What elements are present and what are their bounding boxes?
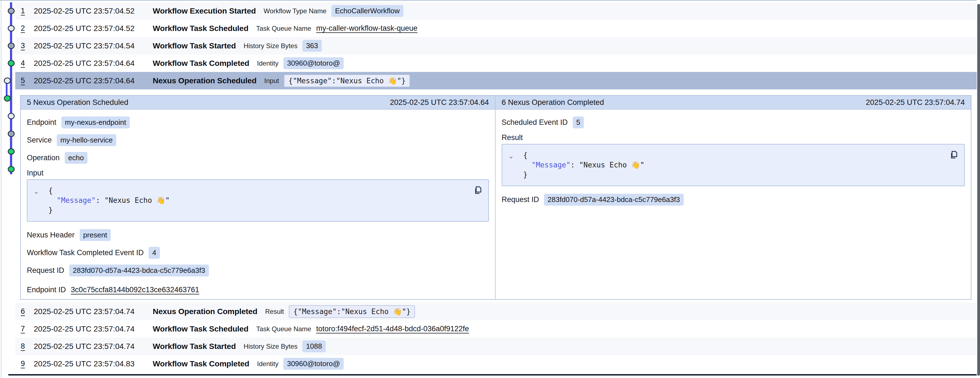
- json-colon: :: [571, 161, 579, 169]
- field-label: Request ID: [27, 266, 64, 275]
- event-row-8[interactable]: 8 2025-02-25 UTC 23:57:04.74 Workflow Ta…: [15, 338, 977, 355]
- event-type: Nexus Operation Completed: [153, 307, 257, 316]
- vertical-scrollbar[interactable]: [977, 4, 980, 376]
- copy-icon[interactable]: [949, 150, 958, 159]
- task-queue-link[interactable]: totoro:f494fecf-2d51-4d48-bdcd-036a0f912…: [316, 325, 469, 333]
- panel-timestamp: 2025-02-25 UTC 23:57:04.64: [390, 98, 489, 107]
- event-row-4[interactable]: 4 2025-02-25 UTC 23:57:04.64 Workflow Ta…: [15, 54, 977, 72]
- timeline-dot-gray: [8, 8, 15, 14]
- event-attr-badge: 363: [302, 40, 321, 52]
- event-attr-label: Workflow Type Name: [264, 7, 326, 15]
- field-value-badge: my-nexus-endpoint: [61, 116, 130, 128]
- field-operation: Operation echo: [27, 149, 489, 167]
- event-id-link[interactable]: 9: [21, 359, 34, 368]
- input-section-label: Input: [27, 167, 489, 179]
- json-value: "Nexus Echo 👋": [104, 196, 170, 204]
- event-timestamp: 2025-02-25 UTC 23:57:04.54: [34, 41, 153, 50]
- timeline-dot-light: [4, 78, 11, 84]
- event-type: Workflow Task Completed: [153, 59, 249, 68]
- event-row-5-selected[interactable]: 5 2025-02-25 UTC 23:57:04.64 Nexus Opera…: [15, 72, 977, 89]
- event-attr-badge: 1088: [302, 340, 326, 352]
- timeline-dot-green: [8, 148, 15, 155]
- json-key: "Message": [57, 196, 96, 204]
- json-line: {: [509, 150, 957, 160]
- workflow-event-history: 1 2025-02-25 UTC 23:57:04.52 Workflow Ex…: [0, 0, 980, 378]
- bottom-divider: [8, 374, 977, 375]
- panel-nexus-operation-scheduled: 5 Nexus Operation Scheduled 2025-02-25 U…: [21, 96, 496, 299]
- field-nexus-header: Nexus Header present: [27, 226, 489, 244]
- json-line: }: [35, 205, 481, 215]
- event-attr-label: History Size Bytes: [243, 343, 298, 350]
- json-line: "Message": "Nexus Echo 👋": [509, 160, 957, 170]
- json-viewer-result: ⌄ { "Message": "Nexus Echo 👋" }: [502, 144, 965, 186]
- json-value: "Nexus Echo 👋": [579, 161, 644, 169]
- field-label: Scheduled Event ID: [502, 118, 568, 127]
- event-attr-badge: 30960@totoro@: [283, 57, 344, 69]
- event-id-link[interactable]: 3: [21, 41, 34, 50]
- panel-header: 6 Nexus Operation Completed 2025-02-25 U…: [496, 96, 971, 110]
- timeline-dot-light: [8, 113, 15, 119]
- event-type: Workflow Task Completed: [153, 359, 249, 368]
- timeline-dot-gray: [8, 131, 15, 137]
- event-row-2[interactable]: 2 2025-02-25 UTC 23:57:04.52 Workflow Ta…: [15, 20, 977, 37]
- event-id-link[interactable]: 7: [21, 325, 34, 333]
- json-viewer-input: ⌄ { "Message": "Nexus Echo 👋" }: [27, 179, 489, 222]
- top-border: [0, 0, 977, 1]
- event-row-6[interactable]: 6 2025-02-25 UTC 23:57:04.74 Nexus Opera…: [15, 303, 977, 320]
- timeline-dot-green: [8, 166, 15, 172]
- field-workflow-task-completed-event-id: Workflow Task Completed Event ID 4: [27, 244, 489, 262]
- event-rows-bottom: 6 2025-02-25 UTC 23:57:04.74 Nexus Opera…: [15, 303, 977, 372]
- field-request-id: Request ID 283fd070-d57a-4423-bdca-c5c77…: [27, 262, 489, 279]
- json-line: }: [509, 170, 957, 180]
- event-row-9[interactable]: 9 2025-02-25 UTC 23:57:04.83 Workflow Ta…: [15, 355, 977, 372]
- event-attr-label: Result: [265, 308, 284, 316]
- collapse-chevron-icon[interactable]: ⌄: [508, 151, 514, 161]
- event-row-7[interactable]: 7 2025-02-25 UTC 23:57:04.74 Workflow Ta…: [15, 320, 977, 338]
- copy-icon[interactable]: [473, 185, 482, 195]
- field-value-badge: 5: [573, 116, 584, 128]
- field-value-badge: 4: [149, 247, 160, 259]
- field-endpoint: Endpoint my-nexus-endpoint: [27, 113, 489, 131]
- event-id-link[interactable]: 8: [21, 342, 34, 351]
- event-id-link[interactable]: 2: [21, 24, 34, 33]
- task-queue-link[interactable]: my-caller-workflow-task-queue: [316, 24, 417, 33]
- field-label: Request ID: [502, 195, 539, 204]
- field-value-badge: present: [80, 229, 111, 241]
- event-row-1[interactable]: 1 2025-02-25 UTC 23:57:04.52 Workflow Ex…: [15, 2, 977, 20]
- event-attr-badge: EchoCallerWorkflow: [331, 5, 403, 17]
- collapse-chevron-icon[interactable]: ⌄: [33, 187, 39, 196]
- panel-title: 5 Nexus Operation Scheduled: [27, 98, 128, 107]
- event-id-link[interactable]: 6: [21, 307, 34, 316]
- event-row-3[interactable]: 3 2025-02-25 UTC 23:57:04.54 Workflow Ta…: [15, 37, 977, 54]
- timeline-dot-light: [8, 25, 15, 32]
- field-scheduled-event-id: Scheduled Event ID 5: [502, 113, 965, 131]
- event-id-link[interactable]: 1: [21, 6, 34, 15]
- field-value-badge: 283fd070-d57a-4423-bdca-c5c779e6a3f3: [544, 194, 684, 206]
- event-timestamp: 2025-02-25 UTC 23:57:04.83: [34, 359, 153, 368]
- field-service: Service my-hello-service: [27, 131, 489, 149]
- panel-nexus-operation-completed: 6 Nexus Operation Completed 2025-02-25 U…: [496, 96, 971, 299]
- panel-title: 6 Nexus Operation Completed: [502, 98, 604, 107]
- field-label: Operation: [27, 153, 60, 162]
- timeline-branch-connector: [6, 98, 12, 99]
- panel-header: 5 Nexus Operation Scheduled 2025-02-25 U…: [21, 96, 495, 110]
- timeline-dot-green: [4, 95, 11, 102]
- endpoint-id-link[interactable]: 3c0c75ccfa8144b092c13ce632463761: [71, 285, 199, 294]
- field-value-badge: 283fd070-d57a-4423-bdca-c5c779e6a3f3: [69, 265, 209, 276]
- field-label: Nexus Header: [27, 231, 75, 239]
- event-timestamp: 2025-02-25 UTC 23:57:04.64: [34, 59, 153, 68]
- event-attr-code-chip: {"Message":"Nexus Echo 👋"}: [284, 75, 410, 87]
- field-label: Service: [27, 136, 52, 144]
- event-timestamp: 2025-02-25 UTC 23:57:04.52: [34, 6, 153, 16]
- field-request-id: Request ID 283fd070-d57a-4423-bdca-c5c77…: [502, 191, 965, 208]
- event-timestamp: 2025-02-25 UTC 23:57:04.74: [34, 325, 153, 333]
- result-section-label: Result: [502, 131, 965, 144]
- event-id-link[interactable]: 4: [21, 59, 34, 67]
- timeline-branch-connector: [6, 80, 12, 81]
- field-label: Endpoint: [27, 118, 56, 127]
- event-attr-label: Identity: [257, 360, 278, 368]
- event-attr-label: Input: [264, 77, 279, 85]
- json-colon: :: [96, 196, 104, 204]
- panel-body: Scheduled Event ID 5 Result ⌄ { "Message…: [496, 110, 971, 212]
- event-id-link[interactable]: 5: [21, 77, 34, 85]
